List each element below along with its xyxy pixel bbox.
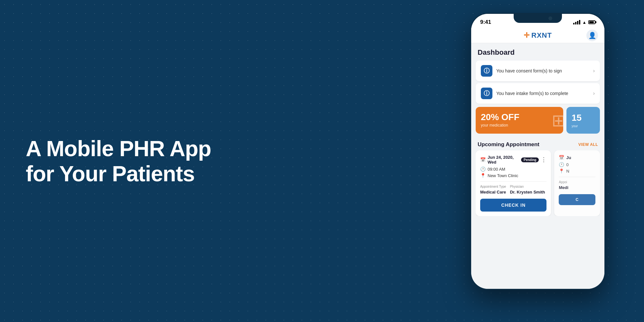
location-icon-2: 📍	[559, 168, 564, 174]
exclamation-icon: ⓘ	[484, 67, 490, 75]
location-icon: 📍	[480, 173, 486, 178]
promo-card-orange[interactable]: 20% OFF your medication ⊞	[476, 107, 563, 134]
promo-percentage: 20% OFF	[481, 113, 558, 122]
clock-icon: 🕐	[480, 166, 486, 172]
appt-date: Jun 24, 2020, Wed	[488, 155, 521, 165]
appt2-type-meta: Appoi Medi	[559, 180, 568, 190]
appt-physician-meta: Physician Dr. Krysten Smith	[510, 185, 545, 195]
promo-rx-icon: ⊞	[552, 111, 563, 130]
consent-alert-text: You have consent form(s) to sign	[496, 68, 589, 73]
app-content: ✛ RXNT 👤 Dashboard ⓘ You have consent fo…	[471, 28, 604, 289]
consent-chevron-icon: ›	[593, 68, 595, 74]
clock-icon-2: 🕐	[559, 162, 564, 167]
appt-time-row: 🕐 09:00 AM	[480, 166, 546, 172]
promo-blue-sub: your	[572, 124, 595, 128]
status-time: 9:41	[480, 19, 491, 25]
consent-alert-icon-box: ⓘ	[481, 65, 492, 77]
appt-type-value: Medical Care	[480, 190, 506, 194]
phone-wrapper: 9:41 ▲	[448, 0, 628, 322]
phone-shell: 9:41 ▲	[470, 13, 605, 290]
appt-meta: Appointment Type Medical Care Physician …	[480, 185, 546, 195]
appt-type-label: Appointment Type	[480, 185, 506, 188]
hero-panel: A Mobile PHR App for Your Patients	[26, 136, 219, 186]
appt-location: New Town Clinic	[488, 173, 518, 178]
check-in-button-2[interactable]: C	[559, 194, 595, 205]
promo-sub-text: your medication	[481, 123, 558, 128]
appt-time: 09:00 AM	[488, 167, 505, 172]
notch-camera	[548, 16, 552, 20]
hero-line2: for Your Patients	[26, 161, 195, 186]
appt-divider	[480, 181, 546, 182]
exclamation-icon-2: ⓘ	[484, 90, 490, 97]
appt2-type-label: Appoi	[559, 180, 568, 184]
appt-physician-label: Physician	[510, 185, 545, 188]
intake-form-alert[interactable]: ⓘ You have intake form(s) to complete ›	[476, 83, 600, 104]
appt2-date: Ju	[566, 155, 571, 160]
pending-badge: Pending	[521, 157, 539, 162]
intake-alert-text: You have intake form(s) to complete	[496, 91, 589, 96]
status-icons: ▲	[573, 20, 595, 25]
upcoming-section-header: Upcoming Appointment VIEW ALL	[471, 137, 604, 150]
user-profile-icon: 👤	[588, 32, 596, 39]
appointment-card-primary: 📅 Jun 24, 2020, Wed Pending ⋮ 🕐 09:00 AM	[476, 150, 551, 216]
check-in-button[interactable]: CHECK IN	[480, 199, 546, 212]
hero-title: A Mobile PHR App for Your Patients	[26, 136, 219, 186]
app-header: ✛ RXNT 👤	[471, 28, 604, 43]
appt2-location-row: 📍 N	[559, 168, 595, 174]
wifi-icon: ▲	[582, 20, 586, 25]
appt2-time-row: 🕐 0	[559, 162, 595, 167]
appt2-type-value: Medi	[559, 185, 568, 190]
appt2-date-row: 📅 Ju	[559, 155, 595, 160]
appt-physician-value: Dr. Krysten Smith	[510, 190, 545, 194]
appt2-location: N	[566, 169, 569, 174]
user-avatar-button[interactable]: 👤	[586, 30, 598, 41]
intake-chevron-icon: ›	[593, 90, 595, 96]
appointment-card-secondary: 📅 Ju 🕐 0 📍 N	[554, 150, 600, 216]
calendar-icon-2: 📅	[559, 155, 564, 160]
intake-alert-icon-box: ⓘ	[481, 88, 492, 99]
appointments-row: 📅 Jun 24, 2020, Wed Pending ⋮ 🕐 09:00 AM	[476, 150, 600, 216]
appt-type-meta: Appointment Type Medical Care	[480, 185, 506, 195]
more-options-icon[interactable]: ⋮	[541, 158, 546, 162]
consent-form-alert[interactable]: ⓘ You have consent form(s) to sign ›	[476, 61, 600, 81]
appt2-time: 0	[566, 162, 568, 167]
appt-header-row: 📅 Jun 24, 2020, Wed Pending ⋮	[480, 155, 546, 165]
phone-notch	[514, 14, 562, 23]
promo-row: 20% OFF your medication ⊞ 15 your	[476, 107, 600, 134]
hero-line1: A Mobile PHR App	[26, 136, 211, 161]
phone-screen: 9:41 ▲	[471, 14, 604, 289]
upcoming-title: Upcoming Appointment	[478, 141, 539, 148]
appt-date-row: 📅 Jun 24, 2020, Wed	[480, 155, 521, 165]
view-all-button[interactable]: VIEW ALL	[578, 142, 598, 147]
signal-bars-icon	[573, 20, 580, 24]
dashboard-title: Dashboard	[471, 43, 604, 61]
battery-icon	[588, 20, 595, 24]
rxnt-logo-text: RXNT	[531, 31, 552, 40]
rxnt-logo: ✛ RXNT	[524, 31, 552, 40]
promo-card-blue[interactable]: 15 your	[566, 107, 600, 134]
appt2-divider	[559, 177, 595, 177]
promo-blue-number: 15	[572, 113, 595, 123]
rxnt-cross-icon: ✛	[524, 31, 529, 40]
calendar-icon: 📅	[480, 157, 486, 162]
appt2-meta: Appoi Medi	[559, 180, 595, 190]
appt-location-row: 📍 New Town Clinic	[480, 173, 546, 178]
